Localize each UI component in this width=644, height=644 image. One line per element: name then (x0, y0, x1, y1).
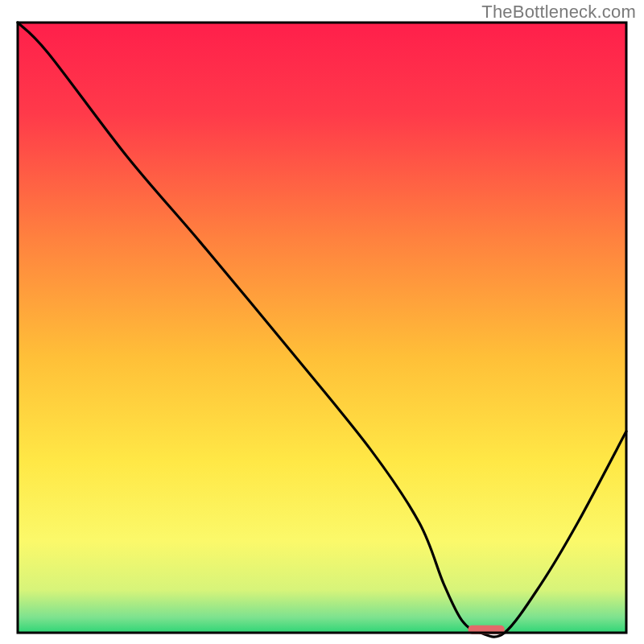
watermark-text: TheBottleneck.com (481, 2, 636, 23)
plot-background (18, 23, 626, 633)
bottleneck-chart (0, 0, 644, 644)
chart-stage: TheBottleneck.com (0, 0, 644, 644)
